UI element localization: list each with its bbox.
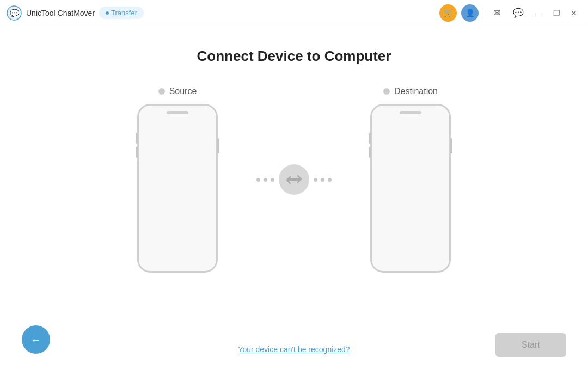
title-bar: 💬 UnicTool ChatMover Transfer 🛒 👤 ✉ 💬 — … (0, 0, 588, 26)
source-vol-down (136, 147, 138, 158)
dot-5 (321, 178, 324, 182)
app-logo: 💬 (7, 5, 22, 21)
title-bar-left: 💬 UnicTool ChatMover Transfer (7, 5, 144, 21)
dot-6 (328, 178, 332, 182)
dot-4 (314, 178, 317, 182)
dot-2 (264, 178, 267, 182)
destination-label-text: Destination (394, 87, 438, 96)
source-device-container: Source (137, 87, 218, 273)
transfer-arrows-icon (286, 174, 302, 186)
tab-transfer[interactable]: Transfer (99, 7, 144, 19)
destination-vol-up (369, 133, 371, 144)
devices-row: Source (0, 87, 588, 273)
source-label: Source (158, 87, 197, 96)
source-status-dot (158, 88, 165, 95)
destination-status-dot (383, 88, 390, 95)
back-button[interactable]: ← (22, 325, 50, 354)
destination-label: Destination (383, 87, 438, 96)
close-button[interactable]: ✕ (566, 5, 581, 21)
right-dots (314, 178, 332, 182)
source-label-text: Source (169, 87, 197, 96)
source-power-btn (217, 138, 219, 153)
divider (483, 8, 483, 18)
tab-dot (106, 11, 109, 15)
app-name: UnicTool ChatMover (26, 9, 95, 17)
destination-device-container: Destination (370, 87, 451, 273)
start-button[interactable]: Start (495, 333, 566, 357)
svg-text:💬: 💬 (10, 9, 20, 18)
left-dots (256, 178, 274, 182)
main-content: Connect Device to Computer Source (0, 26, 588, 370)
help-link[interactable]: Your device can't be recognized? (238, 345, 350, 354)
tab-label: Transfer (111, 9, 137, 17)
destination-power-btn (450, 138, 452, 153)
cart-button[interactable]: 🛒 (439, 4, 457, 22)
source-phone (137, 104, 218, 273)
mail-button[interactable]: ✉ (488, 4, 505, 22)
source-vol-up (136, 133, 138, 144)
transfer-circle (279, 164, 309, 195)
dot-3 (271, 178, 274, 182)
chat-button[interactable]: 💬 (510, 4, 527, 22)
minimize-button[interactable]: — (531, 5, 547, 21)
destination-phone (370, 104, 451, 273)
transfer-middle (218, 164, 370, 195)
user-button[interactable]: 👤 (461, 4, 479, 22)
dot-1 (256, 178, 260, 182)
window-controls: — ❐ ✕ (531, 5, 581, 21)
title-bar-right: 🛒 👤 ✉ 💬 — ❐ ✕ (439, 4, 581, 22)
restore-button[interactable]: ❐ (549, 5, 564, 21)
destination-vol-down (369, 147, 371, 158)
page-title: Connect Device to Computer (197, 48, 391, 65)
